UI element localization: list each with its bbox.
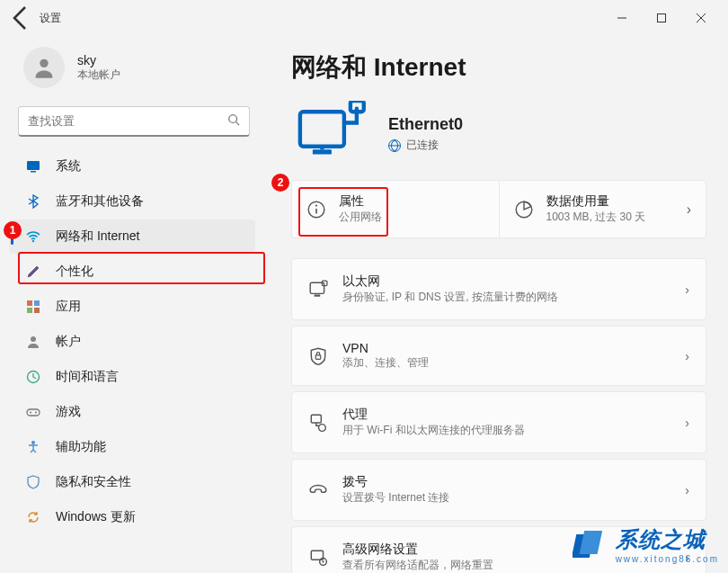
back-button[interactable] bbox=[7, 4, 36, 32]
brush-icon bbox=[25, 264, 41, 280]
svg-point-14 bbox=[31, 336, 36, 342]
info-icon bbox=[306, 200, 326, 219]
chevron-right-icon: › bbox=[685, 483, 689, 497]
row-title: 代理 bbox=[342, 407, 525, 423]
svg-rect-13 bbox=[34, 308, 40, 313]
svg-rect-10 bbox=[27, 300, 32, 306]
svg-point-36 bbox=[322, 560, 324, 562]
ethernet-monitor-icon bbox=[295, 101, 367, 167]
properties-sub: 公用网络 bbox=[339, 210, 382, 225]
svg-point-4 bbox=[40, 59, 48, 67]
sidebar-item-system[interactable]: 系统 bbox=[9, 149, 255, 184]
user-name: sky bbox=[77, 53, 120, 67]
row-sub: 添加、连接、管理 bbox=[342, 355, 429, 371]
close-button[interactable] bbox=[681, 4, 721, 32]
row-vpn[interactable]: VPN添加、连接、管理 › bbox=[291, 326, 706, 386]
globe-icon bbox=[388, 139, 401, 152]
update-icon bbox=[25, 509, 41, 525]
sidebar-item-network[interactable]: 网络和 Internet bbox=[9, 219, 255, 254]
properties-title: 属性 bbox=[339, 193, 382, 210]
apps-icon bbox=[25, 299, 41, 315]
advanced-network-icon bbox=[308, 548, 328, 568]
sidebar-item-time[interactable]: 时间和语言 bbox=[9, 360, 255, 394]
sidebar-item-accounts[interactable]: 帐户 bbox=[9, 325, 255, 359]
svg-point-33 bbox=[319, 424, 326, 431]
network-status: 已连接 bbox=[406, 138, 439, 153]
svg-rect-12 bbox=[27, 308, 32, 313]
chevron-right-icon: › bbox=[685, 282, 689, 297]
svg-rect-23 bbox=[351, 101, 364, 112]
sidebar-item-bluetooth[interactable]: 蓝牙和其他设备 bbox=[9, 184, 255, 219]
watermark: 系统之城 www.xitong86.com bbox=[573, 525, 719, 564]
dialup-icon bbox=[308, 480, 328, 500]
row-sub: 查看所有网络适配器，网络重置 bbox=[342, 558, 493, 573]
sidebar-item-label: 蓝牙和其他设备 bbox=[56, 193, 144, 210]
clock-icon bbox=[25, 369, 41, 385]
row-sub: 设置拨号 Internet 连接 bbox=[342, 490, 449, 506]
svg-rect-38 bbox=[579, 531, 602, 554]
sidebar-item-accessibility[interactable]: 辅助功能 bbox=[9, 430, 255, 464]
svg-rect-16 bbox=[27, 409, 40, 416]
search-box[interactable] bbox=[18, 106, 250, 137]
sidebar-item-update[interactable]: Windows 更新 bbox=[9, 500, 255, 534]
row-title: 拨号 bbox=[342, 474, 449, 490]
user-profile[interactable]: sky 本地帐户 bbox=[9, 43, 255, 103]
usage-sub: 1003 MB, 过去 30 天 bbox=[546, 210, 646, 225]
sidebar-item-personalization[interactable]: 个性化 bbox=[9, 255, 255, 289]
svg-rect-8 bbox=[31, 171, 36, 173]
network-name: Ethernet0 bbox=[388, 115, 463, 134]
shield-lock-icon bbox=[308, 346, 328, 366]
svg-rect-29 bbox=[315, 294, 321, 296]
page-title: 网络和 Internet bbox=[291, 50, 706, 85]
svg-line-6 bbox=[236, 122, 240, 126]
row-title: 高级网络设置 bbox=[342, 542, 493, 558]
svg-point-9 bbox=[32, 240, 34, 242]
sidebar-item-label: 应用 bbox=[56, 299, 81, 315]
row-ethernet[interactable]: 以太网身份验证, IP 和 DNS 设置, 按流量计费的网络 › bbox=[291, 258, 706, 320]
svg-rect-31 bbox=[315, 354, 321, 358]
sidebar-item-gaming[interactable]: 游戏 bbox=[9, 395, 255, 429]
svg-point-5 bbox=[229, 115, 237, 123]
row-dialup[interactable]: 拨号设置拨号 Internet 连接 › bbox=[291, 459, 706, 521]
svg-rect-7 bbox=[27, 161, 40, 170]
svg-point-19 bbox=[31, 441, 35, 444]
avatar-icon bbox=[23, 47, 65, 88]
network-header: Ethernet0 已连接 bbox=[291, 101, 706, 180]
minimize-button[interactable] bbox=[602, 4, 642, 32]
sidebar-item-label: 帐户 bbox=[56, 334, 81, 350]
sidebar-item-label: Windows 更新 bbox=[56, 509, 136, 525]
chevron-right-icon: › bbox=[687, 201, 691, 218]
wifi-icon bbox=[25, 228, 41, 245]
proxy-icon bbox=[308, 413, 328, 433]
chevron-right-icon: › bbox=[685, 416, 689, 430]
maximize-button[interactable] bbox=[642, 4, 681, 32]
system-icon bbox=[25, 158, 41, 175]
accessibility-icon bbox=[25, 439, 41, 455]
account-icon bbox=[25, 334, 41, 350]
gaming-icon bbox=[25, 404, 41, 420]
usage-card[interactable]: 数据使用量 1003 MB, 过去 30 天 › bbox=[499, 180, 707, 238]
search-input[interactable] bbox=[28, 114, 227, 128]
user-type: 本地帐户 bbox=[77, 67, 120, 83]
bluetooth-icon bbox=[25, 193, 41, 210]
sidebar-item-label: 游戏 bbox=[56, 404, 81, 420]
sidebar-item-apps[interactable]: 应用 bbox=[9, 290, 255, 324]
properties-card[interactable]: 属性 公用网络 bbox=[291, 180, 499, 238]
chevron-right-icon: › bbox=[685, 349, 689, 363]
row-title: VPN bbox=[342, 341, 429, 355]
row-proxy[interactable]: 代理用于 Wi-Fi 和以太网连接的代理服务器 › bbox=[291, 391, 706, 453]
sidebar-item-label: 辅助功能 bbox=[56, 439, 106, 455]
row-sub: 身份验证, IP 和 DNS 设置, 按流量计费的网络 bbox=[342, 290, 558, 305]
row-sub: 用于 Wi-Fi 和以太网连接的代理服务器 bbox=[342, 423, 525, 438]
shield-icon bbox=[25, 474, 41, 490]
svg-rect-20 bbox=[300, 112, 344, 147]
watermark-text: 系统之城 bbox=[616, 527, 706, 551]
svg-point-18 bbox=[35, 412, 37, 414]
chart-icon bbox=[514, 200, 534, 219]
sidebar-item-privacy[interactable]: 隐私和安全性 bbox=[9, 465, 255, 499]
usage-title: 数据使用量 bbox=[546, 193, 646, 210]
svg-rect-11 bbox=[34, 300, 40, 306]
watermark-url: www.xitong86.com bbox=[616, 554, 719, 564]
window-title: 设置 bbox=[40, 11, 61, 26]
svg-point-17 bbox=[30, 412, 31, 414]
